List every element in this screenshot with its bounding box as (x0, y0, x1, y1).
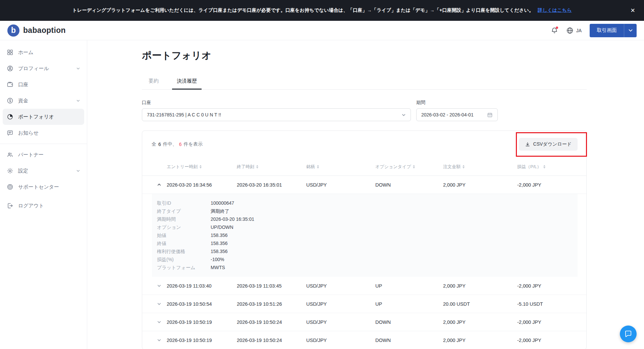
chevron-down-icon (76, 66, 80, 70)
banner-close-icon[interactable]: ✕ (631, 7, 635, 14)
period-date-range-input[interactable]: 2026-03-02 - 2026-04-01 (416, 108, 498, 121)
sidebar-item-portfolio[interactable]: ポートフォリオ (3, 109, 84, 125)
account-select-value: 731-2167851-295 | A C C 0 U N T !! (147, 112, 221, 117)
column-header-order-amount[interactable]: 注文金額 (443, 164, 517, 170)
cell-exit-time: 2026-03-19 11:03:45 (237, 283, 306, 289)
sidebar-item-profile[interactable]: プロフィール (3, 60, 84, 77)
sidebar-item-label: プロフィール (18, 65, 49, 72)
detail-row: 始値158.356 (157, 231, 571, 239)
expand-row-icon[interactable] (157, 338, 167, 342)
detail-row: 終値158.356 (157, 239, 571, 247)
support-center-icon (7, 184, 13, 190)
trade-detail-panel: 取引ID100000647 終了タイプ満期終了 満期時間2026-03-20 1… (152, 194, 578, 277)
globe-icon (566, 27, 574, 34)
chevron-down-icon (401, 113, 406, 117)
account-select[interactable]: 731-2167851-295 | A C C 0 U N T !! (142, 108, 411, 121)
cell-order-amount: 20.00 USDT (443, 301, 517, 307)
collapse-row-icon[interactable] (157, 183, 167, 187)
main-content: ポートフォリオ 要約 決済履歴 口座 731-2167851-295 | A C… (87, 40, 644, 349)
cell-entry-time: 2026-03-19 10:50:54 (167, 301, 237, 307)
detail-row: オプションUP/DOWN (157, 223, 571, 231)
column-header-entry-time[interactable]: エントリー時刻 (167, 164, 237, 170)
cell-option-type: DOWN (375, 182, 443, 188)
column-header-symbol[interactable]: 銘柄 (306, 164, 375, 170)
csv-download-button[interactable]: CSVダウンロード (519, 138, 578, 151)
profile-icon (7, 65, 13, 72)
chevron-down-icon (76, 99, 80, 103)
cell-entry-time: 2026-03-19 10:50:19 (167, 319, 237, 325)
chevron-down-icon (76, 169, 80, 173)
table-row[interactable]: 2026-03-19 10:50:19 2026-03-19 10:50:24 … (142, 331, 586, 349)
language-code: JA (576, 28, 582, 33)
sidebar-item-home[interactable]: ホーム (3, 44, 84, 60)
sidebar-item-announcements[interactable]: お知らせ (3, 125, 84, 141)
detail-row: プラットフォームMWTS (157, 263, 571, 271)
cell-option-type: DOWN (375, 319, 443, 325)
chat-support-button[interactable] (620, 326, 637, 342)
banner-learn-more-link[interactable]: 詳しくはこちら (538, 7, 572, 13)
app-header: b babaoption JA 取引画面 (0, 21, 644, 40)
period-value: 2026-03-02 - 2026-04-01 (421, 112, 474, 117)
column-header-exit-time[interactable]: 終了時刻 (237, 164, 306, 170)
settlement-history-card: 全 6 件中、 6 件を表示 CSVダウンロード (142, 131, 587, 349)
sidebar-item-label: サポートセンター (18, 184, 59, 190)
cell-symbol: USD/JPY (306, 182, 375, 188)
cell-order-amount: 2,000 JPY (443, 338, 517, 343)
sidebar-item-funds[interactable]: 資金 (3, 93, 84, 109)
account-field: 口座 731-2167851-295 | A C C 0 U N T !! (142, 100, 411, 121)
sidebar-item-label: 設定 (18, 168, 28, 174)
cell-exit-time: 2026-03-19 10:50:24 (237, 319, 306, 325)
card-toolbar: 全 6 件中、 6 件を表示 CSVダウンロード (142, 131, 586, 158)
trade-screen-dropdown[interactable] (624, 24, 637, 37)
tab-bar: 要約 決済履歴 (142, 78, 587, 90)
cell-option-type: UP (375, 301, 443, 307)
table-row[interactable]: 2026-03-20 16:34:56 2026-03-20 16:35:01 … (142, 176, 586, 194)
chat-bubble-icon (624, 330, 633, 338)
notifications-button[interactable] (551, 27, 558, 34)
download-icon (525, 142, 530, 147)
notification-badge (556, 27, 558, 29)
cell-option-type: UP (375, 283, 443, 289)
column-header-option-type[interactable]: オプションタイプ (375, 164, 443, 170)
funds-icon (7, 97, 13, 104)
tab-label: 要約 (149, 78, 159, 84)
table-row[interactable]: 2026-03-19 10:50:19 2026-03-19 10:50:24 … (142, 313, 586, 331)
sidebar-item-label: ログアウト (18, 203, 44, 209)
cell-entry-time: 2026-03-19 10:50:19 (167, 338, 237, 343)
gear-icon (7, 167, 13, 174)
cell-option-type: DOWN (375, 338, 443, 343)
sort-icon (463, 165, 465, 168)
table-header-row: エントリー時刻 終了時刻 銘柄 オプションタイプ (142, 158, 586, 176)
tab-settlement-history[interactable]: 決済履歴 (172, 78, 202, 89)
detail-row: 権利行使価格158.356 (157, 247, 571, 255)
sidebar-item-support[interactable]: サポートセンター (3, 179, 84, 195)
trade-screen-button[interactable]: 取引画面 (590, 24, 637, 37)
tab-label: 決済履歴 (177, 78, 197, 84)
expand-row-icon[interactable] (157, 320, 167, 324)
csv-download-label: CSVダウンロード (533, 141, 572, 147)
trade-screen-label[interactable]: 取引画面 (590, 24, 624, 37)
column-header-pl[interactable]: 損益（P/L） (517, 164, 586, 170)
expand-row-icon[interactable] (157, 302, 167, 306)
announcements-icon (7, 130, 13, 136)
results-summary: 全 6 件中、 6 件を表示 (152, 141, 203, 147)
sidebar-gap (0, 195, 87, 198)
cell-pl: -5.10 USDT (517, 301, 586, 307)
period-label: 期間 (416, 100, 498, 106)
summary-prefix: 全 (152, 141, 156, 147)
sidebar-item-logout[interactable]: ログアウト (3, 198, 84, 214)
sidebar-item-partners[interactable]: パートナー (3, 147, 84, 163)
summary-suffix: 件を表示 (184, 141, 203, 147)
wallet-icon (7, 81, 13, 88)
sort-icon (256, 165, 258, 168)
partners-icon (7, 151, 13, 158)
tab-summary[interactable]: 要約 (144, 78, 163, 89)
cell-pl: -2,000 JPY (517, 283, 586, 289)
table-row[interactable]: 2026-03-19 11:03:40 2026-03-19 11:03:45 … (142, 277, 586, 295)
language-selector[interactable]: JA (566, 27, 582, 34)
expand-row-icon[interactable] (157, 284, 167, 288)
brand[interactable]: b babaoption (7, 24, 66, 37)
sidebar-item-settings[interactable]: 設定 (3, 163, 84, 179)
sidebar-item-accounts[interactable]: 口座 (3, 77, 84, 93)
table-row[interactable]: 2026-03-19 10:50:54 2026-03-19 10:51:26 … (142, 295, 586, 313)
